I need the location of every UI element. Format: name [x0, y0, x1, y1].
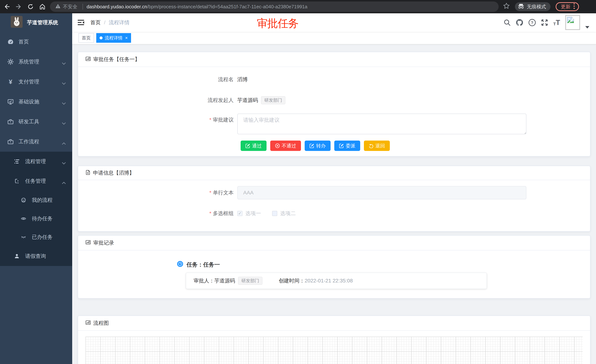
single-line-input[interactable]	[237, 186, 526, 199]
help-icon[interactable]: ?	[529, 19, 536, 26]
sidebar-item-workflow[interactable]: 工作流程	[0, 132, 72, 152]
warning-icon	[55, 3, 61, 10]
forward-icon[interactable]	[15, 4, 22, 10]
monitor-icon	[7, 99, 14, 105]
clock-icon	[177, 261, 183, 269]
card-title: 审批记录	[93, 239, 114, 246]
checkbox-option1[interactable]: ✓	[237, 211, 242, 216]
tag-process-detail[interactable]: 流程详情 ×	[96, 33, 131, 43]
active-tag-dot	[100, 36, 103, 39]
card-body: 任务：任务一 审批人： 芋道源码 研发部门 创建时间： 2022-01-21 2…	[78, 250, 590, 298]
tag-label: 流程详情	[105, 34, 123, 42]
caret-down-icon[interactable]	[585, 23, 589, 30]
checkbox-option2[interactable]	[272, 211, 277, 216]
list-icon	[14, 159, 20, 164]
field-label: *单行文本	[86, 186, 237, 199]
required-asterisk: *	[209, 190, 211, 196]
sidebar-item-done-tasks[interactable]: 已办任务	[0, 228, 72, 246]
approve-record-card: 审批记录 任务：任务一 审批人： 芋道源码 研发部门 创建时间： 2022-01…	[78, 235, 590, 298]
yen-icon: ¥	[7, 79, 14, 85]
avatar[interactable]	[565, 15, 580, 30]
github-icon[interactable]	[516, 19, 523, 26]
card-body	[78, 337, 590, 364]
breadcrumb-home[interactable]: 首页	[90, 19, 101, 26]
sidebar-item-label: 基础设施	[19, 98, 39, 105]
back-icon[interactable]	[4, 4, 10, 10]
sidebar-item-label: 研发工具	[19, 118, 39, 125]
field-label: 流程名	[86, 74, 237, 85]
url-text[interactable]: dashboard.yudao.iocoder.cn/bpm/process-i…	[87, 4, 307, 10]
sidebar-item-leave-query[interactable]: 请假查询	[0, 246, 72, 266]
opinion-textarea[interactable]	[237, 114, 526, 134]
sidebar-item-infra[interactable]: 基础设施	[0, 92, 72, 112]
form-row-initiator: 流程发起人 芋道源码研发部门	[86, 95, 583, 105]
approve-task-card: 审批任务【任务一】 流程名 滔博 流程发起人 芋道源码研发部门 *审批建议	[78, 52, 590, 156]
briefcase-icon	[7, 138, 14, 145]
update-label[interactable]: 更新	[561, 4, 570, 10]
sidebar-item-todo-tasks[interactable]: 待办任务	[0, 209, 72, 228]
url-bar[interactable]: 不安全 dashboard.yudao.iocoder.cn/bpm/proce…	[50, 1, 499, 12]
chevron-down-icon	[62, 60, 66, 66]
picture-icon	[86, 56, 91, 63]
sidebar-item-process-mgmt[interactable]: 流程管理	[0, 152, 72, 171]
process-name-value: 滔博	[237, 74, 248, 85]
card-title: 流程图	[93, 320, 109, 327]
user-smile-icon	[21, 197, 26, 203]
chevron-down-icon	[62, 120, 66, 126]
browser-nav-buttons	[0, 4, 50, 10]
sidebar-collapse-icon[interactable]	[72, 19, 90, 26]
approver-label: 审批人：	[194, 277, 214, 284]
chevron-down-icon	[62, 100, 66, 106]
card-header: 申请信息【滔博】	[78, 166, 590, 180]
browser-update-button[interactable]: 更新	[556, 2, 579, 11]
chevron-up-icon	[62, 180, 66, 186]
sidebar-item-label: 请假查询	[25, 253, 46, 260]
reject-button[interactable]: 不通过	[270, 141, 301, 151]
create-time-value: 2022-01-21 22:35:08	[305, 278, 353, 284]
field-label: *多选框组	[86, 207, 237, 220]
home-icon[interactable]	[39, 4, 45, 10]
chevron-down-icon	[62, 80, 66, 86]
navbar-actions: ? TT	[504, 15, 596, 30]
checkbox-group: ✓ 选项一 选项二	[237, 207, 296, 220]
required-asterisk: *	[209, 117, 211, 123]
sidebar-item-task-mgmt[interactable]: 任务管理	[0, 171, 72, 191]
gear-icon	[7, 59, 14, 65]
return-button[interactable]: 退回	[364, 141, 390, 151]
sidebar-item-label: 支付管理	[19, 78, 39, 85]
card-body: *单行文本 *多选框组 ✓ 选项一 选项二	[78, 180, 590, 231]
breadcrumb-separator: /	[104, 20, 105, 26]
delegate-button[interactable]: 委派	[334, 141, 360, 151]
incognito-badge: 无痕模式	[515, 2, 551, 11]
sidebar-logo-row[interactable]: 芋道管理系统	[0, 13, 72, 32]
reload-icon[interactable]	[27, 4, 34, 10]
sidebar-item-home[interactable]: 首页	[0, 32, 72, 52]
sidebar-item-system[interactable]: 系统管理	[0, 52, 72, 72]
search-icon[interactable]	[504, 19, 511, 26]
bpmn-canvas[interactable]	[86, 337, 583, 364]
transfer-button[interactable]: 转办	[305, 141, 331, 151]
fullscreen-icon[interactable]	[541, 19, 548, 26]
required-asterisk: *	[209, 211, 211, 216]
browser-menu-icon[interactable]	[574, 3, 575, 10]
breadcrumb: 首页 / 流程详情	[90, 19, 130, 26]
form-row-text: *单行文本	[86, 186, 583, 199]
font-size-icon[interactable]: TT	[553, 19, 560, 26]
bookmark-star-icon[interactable]	[503, 3, 510, 11]
sidebar-item-devtools[interactable]: 研发工具	[0, 112, 72, 132]
task-title: 任务：任务一	[186, 261, 220, 269]
document-icon	[86, 170, 90, 176]
sidebar-item-my-process[interactable]: 我的流程	[0, 191, 72, 209]
tag-home[interactable]: 首页	[78, 33, 94, 43]
dashboard-icon	[7, 39, 14, 45]
pass-button[interactable]: 通过	[241, 141, 267, 151]
sidebar-item-label: 工作流程	[19, 138, 39, 145]
tag-close-icon[interactable]: ×	[125, 34, 128, 42]
security-label[interactable]: 不安全	[63, 4, 77, 10]
main-content: 审批任务【任务一】 流程名 滔博 流程发起人 芋道源码研发部门 *审批建议	[72, 44, 596, 364]
card-body: 流程名 滔博 流程发起人 芋道源码研发部门 *审批建议 通过	[78, 67, 590, 156]
sidebar-item-payment[interactable]: ¥ 支付管理	[0, 72, 72, 92]
annotation-text: 审批任务	[257, 16, 298, 31]
flow-icon	[14, 178, 20, 184]
checkbox-label: 选项二	[280, 210, 296, 217]
